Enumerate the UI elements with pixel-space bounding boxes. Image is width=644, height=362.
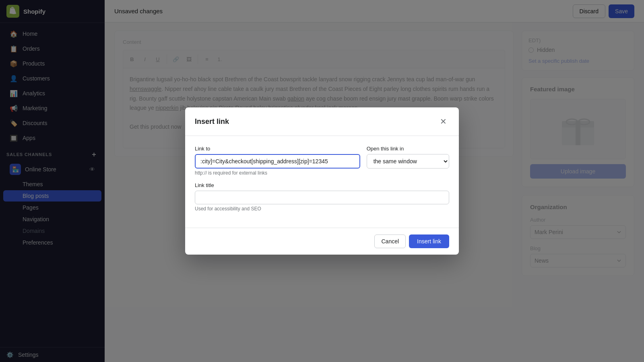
cancel-button[interactable]: Cancel — [374, 234, 406, 248]
modal-footer: Cancel Insert link — [185, 228, 459, 255]
link-title-input[interactable] — [195, 191, 449, 204]
open-in-field: Open this link in the same window a new … — [367, 146, 449, 176]
modal-bottom-row: Link title Used for accessibility and SE… — [195, 182, 449, 212]
modal-overlay: Insert link ✕ Link to http:// is require… — [105, 0, 644, 362]
insert-link-modal: Insert link ✕ Link to http:// is require… — [185, 107, 459, 255]
insert-link-button[interactable]: Insert link — [409, 234, 449, 248]
modal-title: Insert link — [195, 117, 229, 126]
open-in-select[interactable]: the same window a new window — [367, 154, 449, 169]
modal-body: Link to http:// is required for external… — [185, 136, 459, 228]
link-to-input[interactable] — [195, 154, 360, 169]
modal-top-row: Link to http:// is required for external… — [195, 146, 449, 176]
open-in-label: Open this link in — [367, 146, 449, 152]
link-to-hint: http:// is required for external links — [195, 170, 360, 176]
main-content: Unsaved changes Discard Save Content B I… — [105, 0, 644, 362]
link-title-field: Link title Used for accessibility and SE… — [195, 182, 449, 212]
modal-close-button[interactable]: ✕ — [437, 115, 449, 128]
modal-header: Insert link ✕ — [185, 107, 459, 136]
link-title-label: Link title — [195, 182, 449, 188]
link-to-label: Link to — [195, 146, 360, 152]
link-to-field: Link to http:// is required for external… — [195, 146, 360, 176]
link-title-hint: Used for accessibility and SEO — [195, 206, 449, 212]
